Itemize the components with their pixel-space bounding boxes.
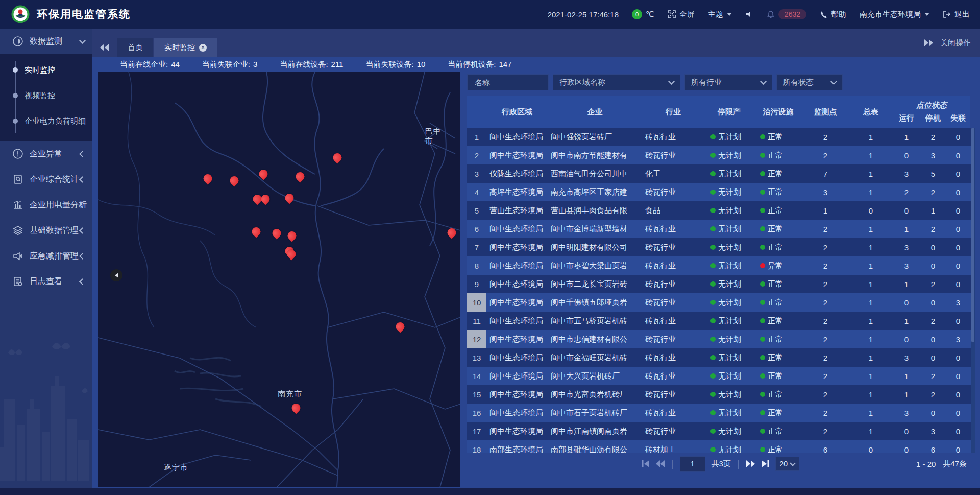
status-dot-green <box>710 171 716 176</box>
row-run-cell: 0 <box>893 146 920 164</box>
next-page-icon <box>746 460 755 467</box>
range-label: 1 - 20 <box>916 460 936 468</box>
table-row[interactable]: 8阆中生态环境局阆中市枣碧大梁山页岩砖瓦行业无计划异常21300 <box>467 256 975 275</box>
notification-area[interactable]: 2632 <box>767 9 806 19</box>
footer-strip <box>0 488 980 495</box>
org-user-menu[interactable]: 南充市生态环境局 <box>860 10 929 19</box>
table-row[interactable]: 17阆中生态环境局阆中市江南镇阆南页岩砖瓦行业无计划正常21030 <box>467 422 975 440</box>
status-text: 无计划 <box>718 279 741 289</box>
logout-icon <box>943 10 951 18</box>
table-row[interactable]: 2阆中生态环境局阆中市南方节能建材有砖瓦行业无计划正常21030 <box>467 146 975 164</box>
status-text: 无计划 <box>718 206 741 216</box>
row-number-cell: 17 <box>467 422 486 440</box>
row-points-cell: 2 <box>802 293 848 312</box>
row-meters-cell: 1 <box>848 385 893 404</box>
sidebar-item-label: 应急减排管理 <box>30 251 79 262</box>
tab-home[interactable]: 首页 <box>117 38 153 57</box>
panel-collapse-handle[interactable] <box>110 269 122 281</box>
theme-menu-button[interactable]: 主题 <box>708 10 732 19</box>
table-row[interactable]: 4高坪生态环境局南充市高坪区王家店建砖瓦行业无计划正常31220 <box>467 183 975 201</box>
sidebar-item-video-monitor[interactable]: 视频监控 <box>0 83 92 108</box>
row-stop-cell: 2 <box>920 367 946 385</box>
sidebar-item-power-load-detail[interactable]: 企业电力负荷明细 <box>0 108 92 134</box>
row-limit-status-cell: 无计划 <box>704 385 754 404</box>
table-row[interactable]: 10阆中生态环境局阆中千佛镇五郎垭页岩砖瓦行业无计划正常21003 <box>467 293 975 312</box>
stat-label: 当前失联设备: <box>365 60 413 69</box>
col-header-lost: 失联 <box>946 113 970 123</box>
sidebar-item-enterprise-stats[interactable]: 企业综合统计 <box>0 167 92 192</box>
fullscreen-button[interactable]: 全屏 <box>668 10 695 19</box>
page-size-select[interactable]: 20 <box>775 457 800 471</box>
industry-filter-select[interactable]: 所有行业 <box>684 74 772 90</box>
megaphone-icon <box>12 250 23 262</box>
col-header-limit: 停限产 <box>704 96 754 128</box>
row-points-cell: 2 <box>802 330 848 348</box>
row-facility-status-cell: 正常 <box>754 385 802 404</box>
row-run-cell: 3 <box>893 348 920 367</box>
sidebar-item-data-monitoring[interactable]: 数据监测 <box>0 29 92 54</box>
table-row[interactable]: 15阆中生态环境局阆中市光富页岩机砖厂砖瓦行业无计划正常21120 <box>467 385 975 404</box>
table-row[interactable]: 5营山生态环境局营山县润丰肉食品有限食品无计划正常10010 <box>467 201 975 220</box>
tab-realtime-monitor[interactable]: 实时监控 ✕ <box>154 38 217 57</box>
map-panel[interactable]: 巴中市南充市遂宁市 <box>98 72 460 487</box>
table-row[interactable]: 14阆中生态环境局阆中大兴页岩机砖厂砖瓦行业无计划正常21120 <box>467 367 975 385</box>
row-points-cell: 2 <box>802 404 848 422</box>
chevron-down-icon <box>79 37 86 44</box>
table-scrollbar[interactable] <box>971 128 975 453</box>
row-number-cell: 10 <box>467 293 486 312</box>
table-row[interactable]: 7阆中生态环境局阆中明阳建材有限公司砖瓦行业无计划正常21300 <box>467 238 975 256</box>
status-text: 无计划 <box>718 427 741 436</box>
stat-label: 当前在线设备: <box>280 60 328 69</box>
table-row[interactable]: 12阆中生态环境局阆中市忠信建材有限公砖瓦行业无计划正常21003 <box>467 330 975 348</box>
table-row[interactable]: 6阆中生态环境局阆中市金博瑞新型墙材砖瓦行业无计划正常21120 <box>467 220 975 238</box>
row-meters-cell: 1 <box>848 146 893 164</box>
logout-button[interactable]: 退出 <box>943 10 970 19</box>
row-limit-status-cell: 无计划 <box>704 404 754 422</box>
tabs-scroll-left-button[interactable] <box>92 38 117 57</box>
table-row[interactable]: 16阆中生态环境局阆中市石子页岩机砖厂砖瓦行业无计划正常21300 <box>467 404 975 422</box>
next-page-button[interactable] <box>746 460 755 467</box>
status-text: 正常 <box>768 298 783 308</box>
sidebar-item-power-usage-analysis[interactable]: 企业用电量分析 <box>0 192 92 218</box>
row-limit-status-cell: 无计划 <box>704 238 754 256</box>
status-text: 正常 <box>768 371 783 381</box>
status-filter-select[interactable]: 所有状态 <box>776 74 843 90</box>
help-button[interactable]: 帮助 <box>820 10 846 19</box>
total-pages-label: 共3页 <box>712 459 731 469</box>
status-dot-green <box>760 245 765 250</box>
row-number-cell: 11 <box>467 312 486 330</box>
col-header-industry: 行业 <box>642 96 704 128</box>
table-row[interactable]: 13阆中生态环境局阆中市金福旺页岩机砖砖瓦行业无计划正常21300 <box>467 348 975 367</box>
sidebar-item-base-data-mgmt[interactable]: 基础数据管理 <box>0 218 92 243</box>
sound-mute-button[interactable] <box>745 10 753 18</box>
top-header: 环保用电监管系统 2021-02-25 17:46:18 0 ℃ 全屏 主题 <box>0 0 980 29</box>
table-row[interactable]: 3仪陇生态环境局西南油气田分公司川中化工无计划正常71350 <box>467 164 975 183</box>
status-text: 无计划 <box>718 169 741 179</box>
region-filter-select[interactable]: 行政区域名称 <box>553 74 680 90</box>
sidebar-item-enterprise-abnormal[interactable]: 企业异常 <box>0 141 92 167</box>
table-row[interactable]: 1阆中生态环境局阆中强锐页岩砖厂砖瓦行业无计划正常21120 <box>467 128 975 146</box>
table-row[interactable]: 11阆中生态环境局阆中市五马桥页岩机砖砖瓦行业无计划正常21120 <box>467 312 975 330</box>
row-region-cell: 仪陇生态环境局 <box>486 164 548 183</box>
row-industry-cell: 砖瓦行业 <box>642 146 704 164</box>
close-operations-button[interactable]: 关闭操作 <box>924 29 980 57</box>
name-filter-field[interactable] <box>467 74 549 90</box>
stat-value: 3 <box>253 60 257 69</box>
sidebar-item-realtime-monitor[interactable]: 实时监控 <box>0 57 92 83</box>
table-row[interactable]: 9阆中生态环境局阆中市二龙长宝页岩砖砖瓦行业无计划正常21120 <box>467 275 975 293</box>
row-stop-cell: 2 <box>920 275 946 293</box>
page-number-input[interactable] <box>680 456 705 472</box>
scrollbar-thumb[interactable] <box>971 128 974 342</box>
name-filter-input[interactable] <box>474 78 542 87</box>
status-dot-green <box>760 134 765 139</box>
first-page-button[interactable] <box>642 460 650 467</box>
table-row[interactable]: 18南部生态环境局南部县砒华山沥有限公砖材加工无计划正常60060 <box>467 440 975 453</box>
last-page-button[interactable] <box>761 460 769 467</box>
sidebar-item-emergency-reduction[interactable]: 应急减排管理 <box>0 243 92 269</box>
prev-page-button[interactable] <box>656 460 665 467</box>
row-industry-cell: 食品 <box>642 201 704 220</box>
close-tab-icon[interactable]: ✕ <box>199 44 207 52</box>
row-stop-cell: 6 <box>920 440 946 453</box>
sidebar-item-log-view[interactable]: 日志查看 <box>0 269 92 294</box>
row-limit-status-cell: 无计划 <box>704 330 754 348</box>
